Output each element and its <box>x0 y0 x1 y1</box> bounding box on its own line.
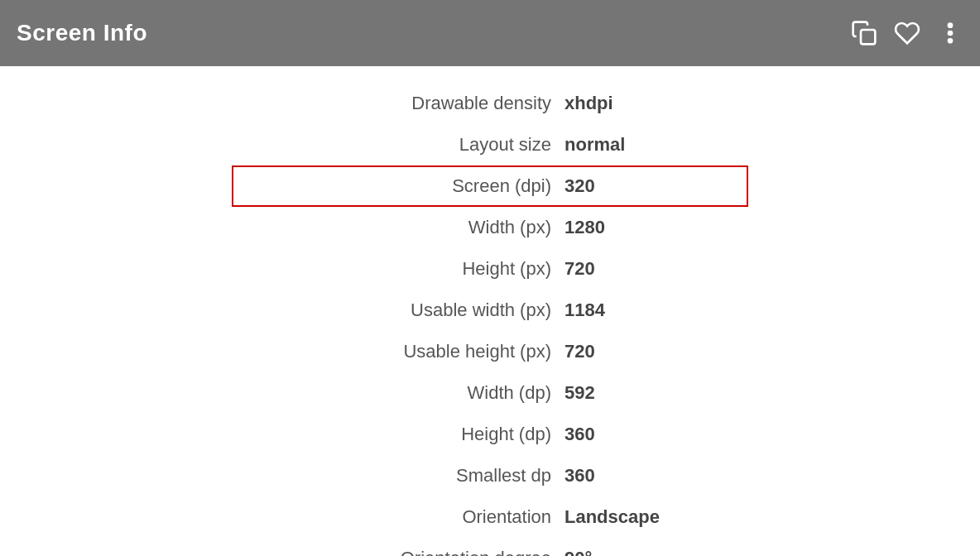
info-label: Smallest dp <box>250 465 564 486</box>
info-value: 360 <box>564 424 730 445</box>
info-label: Usable height (px) <box>250 341 564 362</box>
info-label: Drawable density <box>250 93 564 114</box>
info-row: Orientation degree90° <box>0 538 980 556</box>
info-label: Height (dp) <box>250 424 564 445</box>
info-value: 360 <box>564 465 730 486</box>
info-row: Screen (dpi)320 <box>232 165 748 207</box>
svg-point-1 <box>949 24 952 27</box>
info-value: 1280 <box>564 217 730 238</box>
svg-point-3 <box>949 39 952 42</box>
info-row: Width (px)1280 <box>0 207 980 248</box>
info-value: 90° <box>564 548 730 556</box>
info-label: Width (dp) <box>250 382 564 404</box>
info-label: Width (px) <box>250 217 564 238</box>
info-label: Screen (dpi) <box>250 175 564 197</box>
app-bar: Screen Info <box>0 0 980 66</box>
info-value: 720 <box>564 341 730 362</box>
info-value: 1184 <box>564 300 730 321</box>
info-row: OrientationLandscape <box>0 496 980 538</box>
info-row: Width (dp)592 <box>0 372 980 414</box>
info-row: Layout sizenormal <box>0 124 980 165</box>
app-title: Screen Info <box>17 20 147 46</box>
info-value: normal <box>564 134 730 156</box>
more-options-icon[interactable] <box>937 20 963 46</box>
heart-icon[interactable] <box>894 20 920 46</box>
svg-point-2 <box>949 31 952 35</box>
content-area: Drawable densityxhdpiLayout sizenormalSc… <box>0 66 980 556</box>
info-row: Usable width (px)1184 <box>0 290 980 331</box>
info-label: Usable width (px) <box>250 300 564 321</box>
svg-rect-0 <box>861 30 875 44</box>
info-value: 320 <box>564 175 730 197</box>
info-value: Landscape <box>564 506 730 528</box>
info-row: Smallest dp360 <box>0 455 980 496</box>
info-row: Height (px)720 <box>0 248 980 290</box>
info-label: Layout size <box>250 134 564 156</box>
info-label: Orientation degree <box>250 548 564 556</box>
info-value: 592 <box>564 382 730 404</box>
info-label: Height (px) <box>250 258 564 280</box>
info-value: 720 <box>564 258 730 280</box>
info-row: Height (dp)360 <box>0 414 980 455</box>
info-row: Usable height (px)720 <box>0 331 980 372</box>
info-row: Drawable densityxhdpi <box>0 83 980 124</box>
app-bar-actions <box>851 20 963 46</box>
info-label: Orientation <box>250 506 564 528</box>
copy-icon[interactable] <box>851 20 877 46</box>
info-value: xhdpi <box>564 93 730 114</box>
